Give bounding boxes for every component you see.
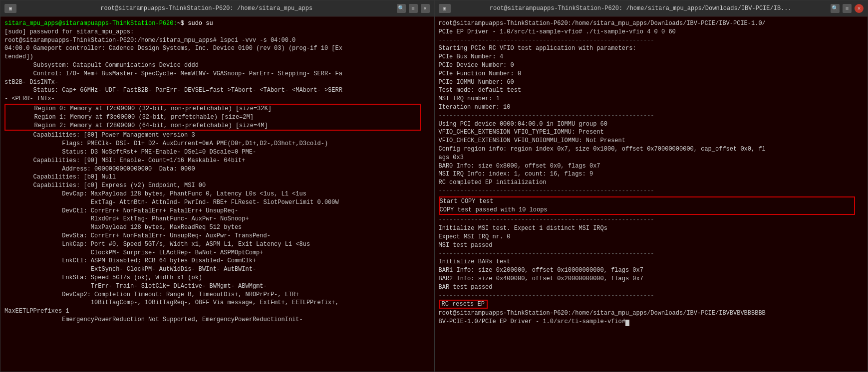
right-copy-passed: COPY test passed with 10 loops xyxy=(440,206,854,214)
line-maxpayload: MaxPayload 128 bytes, MaxReadReq 512 byt… xyxy=(4,223,430,232)
line-devcap: DevCap: MaxPayload 128 bytes, PhantFunc … xyxy=(4,190,430,198)
line-control: Control: I/O- Mem+ BusMaster- SpecCycle-… xyxy=(4,70,430,78)
line-lspci-cmd: root@sitarampuapps-ThinkStation-P620:/ho… xyxy=(4,36,430,45)
line-emergency: EmergencyPowerReduction Not Supported, E… xyxy=(4,316,430,324)
line-lnksta: LnkSta: Speed 5GT/s (ok), Width x1 (ok) xyxy=(4,274,430,282)
right-sep-6: ----------------------------------------… xyxy=(439,292,864,300)
right-sep-1: ----------------------------------------… xyxy=(439,36,864,45)
right-line-10: Iteration number: 10 xyxy=(439,103,864,112)
line-lnkctl: LnkCtl: ASPM Disabled; RCB 64 bytes Disa… xyxy=(4,257,430,265)
right-terminal: ▣ root@sitarampuapps-ThinkStation-P620: … xyxy=(434,0,868,372)
right-rc-resets: RC resets EP xyxy=(439,300,488,309)
line-extsynch: ExtSynch- ClockPM- AutWidDis- BWInt- Aut… xyxy=(4,265,430,274)
right-final-prompt1: root@sitarampuapps-ThinkStation-P620:/ho… xyxy=(439,309,864,318)
right-bar1: BAR1 Info: size 0x200000, offset 0x10000… xyxy=(439,266,864,275)
right-line-5: PCIe Device Number: 0 xyxy=(439,61,864,70)
line-capb0: Capabilities: [b0] Null xyxy=(4,173,430,182)
left-titlebar: ▣ root@sitarampuapps-ThinkStation-P620: … xyxy=(0,0,434,16)
line-cap90: Capabilities: [90] MSI: Enable- Count=1/… xyxy=(4,157,430,165)
line-exttag: ExtTag- AttnBtn- AttnInd- PwrInd- RBE+ F… xyxy=(4,198,430,207)
right-line-4: PCIe Bus Number: 4 xyxy=(439,53,864,61)
right-line-9: MSI IRQ number: 1 xyxy=(439,95,864,103)
right-titlebar: ▣ root@sitarampuapps-ThinkStation-P620: … xyxy=(435,0,868,16)
line-rlxd: Rlxd0rd+ ExtTag- PhantFunc- AuxPwr- NoSn… xyxy=(4,215,430,223)
line-flags: Flags: PMEClk- DSI- D1+ D2- AuxCurrent=0… xyxy=(4,140,430,148)
line-clockpm: ClockPM- Surprise- LLActRep- BwNot- ASPM… xyxy=(4,249,430,257)
line-region1: Region 1: Memory at f3e00000 (32-bit, pr… xyxy=(5,113,420,122)
right-bar-passed: BAR test passed xyxy=(439,283,864,292)
line-devsta: DevSta: CorrErr+ NonFatalErr- UnsupReq- … xyxy=(4,232,430,240)
left-titlebar-controls: 🔍 ≡ ✕ xyxy=(397,4,430,13)
right-line-2: PCIe EP Driver - 1.0/src/ti-sample-vfio#… xyxy=(439,28,864,36)
left-menu-button[interactable]: ≡ xyxy=(409,4,418,13)
memory-region-highlight: Region 0: Memory at f2c00000 (32-bit, no… xyxy=(4,104,421,131)
rc-resets-highlight: RC resets EP xyxy=(439,300,488,309)
left-search-button[interactable]: 🔍 xyxy=(397,4,406,13)
left-terminal-icon: ▣ xyxy=(4,4,16,13)
right-sep-4: ----------------------------------------… xyxy=(439,216,864,224)
right-line-17: MSI IRQ Info: index: 1, count: 16, flags… xyxy=(439,170,864,179)
line-devcap2: DevCap2: Completion Timeout: Range B, Ti… xyxy=(4,291,430,299)
right-line-16: BAR0 Info: size 0x8000, offset 0x0, flag… xyxy=(439,162,864,171)
right-bar2: BAR2 Info: size 0x400000, offset 0x20000… xyxy=(439,275,864,283)
left-terminal-content: sitara_mpu_apps@sitarampuapps-ThinkStati… xyxy=(0,16,434,372)
line-subsystem: Subsystem: Catapult Communications Devic… xyxy=(4,61,430,70)
right-sep-5: ----------------------------------------… xyxy=(439,250,864,258)
line-device2: tended]) xyxy=(4,53,430,61)
line-cap80: Capabilities: [80] Power Management vers… xyxy=(4,131,430,140)
right-titlebar-controls: 🔍 ≡ ✕ xyxy=(831,4,864,13)
right-terminal-content: root@sitarampuapps-ThinkStation-P620:/ho… xyxy=(435,16,868,372)
right-msi-expect: Expect MSI IRQ nr. 0 xyxy=(439,233,864,241)
right-line-1: root@sitarampuapps-ThinkStation-P620:/ho… xyxy=(439,19,864,28)
right-msi-init: Initialize MSI test. Expect 1 distinct M… xyxy=(439,224,864,233)
line-stb2b: stB2B- DisINTx- xyxy=(4,78,430,87)
right-title: root@sitarampuapps-ThinkStation-P620: /h… xyxy=(451,5,831,12)
copy-test-highlight: Start COPY test COPY test passed with 10… xyxy=(439,196,855,215)
right-sep-2: ----------------------------------------… xyxy=(439,112,864,120)
left-close-button[interactable]: ✕ xyxy=(421,4,430,13)
right-line-7: PCIe IOMMU Number: 60 xyxy=(439,78,864,87)
right-line-14: Config region info: region index 0x7, si… xyxy=(439,145,864,154)
line-device1: 04:00.0 Gameport controller: Cadence Des… xyxy=(4,44,430,53)
line-prompt: sitara_mpu_apps@sitarampuapps-ThinkStati… xyxy=(4,19,430,28)
right-line-3: Starting PCIe RC VFIO test application w… xyxy=(439,44,864,53)
right-copy-start: Start COPY test xyxy=(440,197,854,206)
cursor xyxy=(625,320,629,326)
line-address: Address: 0000000000000000 Data: 0000 xyxy=(4,165,430,174)
right-final-prompt2: BV-PCIE-1.0/PCIe EP Driver - 1.0/src/ti-… xyxy=(439,318,864,326)
line-trerr: TrErr- Train- SlotClk+ DLActive- BWMgmt-… xyxy=(4,282,430,291)
left-title: root@sitarampuapps-ThinkStation-P620: /h… xyxy=(16,5,397,12)
line-capc0: Capabilities: [c0] Express (v2) Endpoint… xyxy=(4,182,430,190)
line-region0: Region 0: Memory at f2c00000 (32-bit, no… xyxy=(5,105,420,113)
right-line-11: Using PCI device 0000:04:00.0 in IOMMU g… xyxy=(439,120,864,129)
line-capstatus: Status: D3 NoSoftRst+ PME-Enable- DSel=0… xyxy=(4,148,430,157)
right-line-8: Test mode: default test xyxy=(439,86,864,95)
right-line-12: VFIO_CHECK_EXTENSION VFIO_TYPE1_IOMMU: P… xyxy=(439,128,864,137)
right-line-15: ags 0x3 xyxy=(439,154,864,162)
line-maxeet: MaxEETLPPrefixes 1 xyxy=(4,307,430,316)
right-close-button[interactable]: ✕ xyxy=(855,4,864,13)
line-lnkcap: LnkCap: Port #0, Speed 5GT/s, Width x1, … xyxy=(4,240,430,249)
right-terminal-icon: ▣ xyxy=(439,4,451,13)
line-status: Status: Cap+ 66MHz- UDF- FastB2B- ParErr… xyxy=(4,86,430,95)
line-sudo: [sudo] password for sitara_mpu_apps: xyxy=(4,28,430,36)
line-region2: Region 2: Memory at f2800000 (64-bit, no… xyxy=(5,122,420,130)
right-line-18: RC completed EP initialization xyxy=(439,179,864,187)
right-msi-passed: MSI test passed xyxy=(439,241,864,250)
line-10bit: 10BitTagComp-, 10BitTagReq-, OBFF Via me… xyxy=(4,299,430,307)
line-devctl: DevCtl: CorrErr+ NonFatalErr+ FatalErr+ … xyxy=(4,207,430,215)
right-line-6: PCIe Function Number: 0 xyxy=(439,70,864,78)
right-bar-init: Initialize BARs test xyxy=(439,258,864,266)
right-menu-button[interactable]: ≡ xyxy=(843,4,852,13)
right-line-13: VFIO_CHECK_EXTENSION VFIO_NOIOMMU_IOMMU:… xyxy=(439,137,864,145)
left-terminal: ▣ root@sitarampuapps-ThinkStation-P620: … xyxy=(0,0,434,372)
line-perr: - <PERR- INTx- xyxy=(4,95,430,103)
right-sep-3: ----------------------------------------… xyxy=(439,187,864,195)
right-search-button[interactable]: 🔍 xyxy=(831,4,840,13)
